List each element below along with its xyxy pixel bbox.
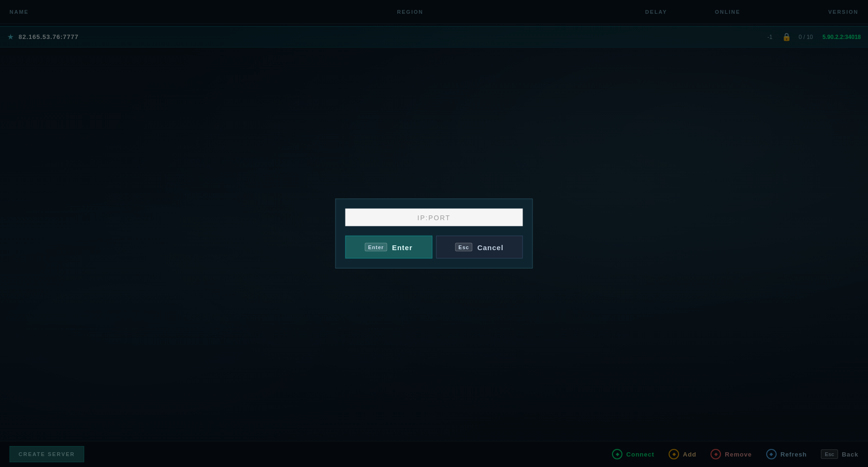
- cancel-key-badge: Esc: [455, 243, 473, 252]
- dialog-button-row: Enter Enter Esc Cancel: [345, 236, 523, 259]
- ip-input-wrapper[interactable]: [345, 209, 523, 226]
- enter-key-badge: Enter: [365, 243, 387, 252]
- ip-port-input[interactable]: [345, 209, 523, 226]
- cancel-button[interactable]: Esc Cancel: [436, 236, 523, 259]
- connect-dialog: Enter Enter Esc Cancel: [335, 199, 533, 269]
- enter-button-label: Enter: [392, 243, 413, 251]
- cancel-button-label: Cancel: [477, 243, 503, 251]
- enter-button[interactable]: Enter Enter: [345, 236, 433, 259]
